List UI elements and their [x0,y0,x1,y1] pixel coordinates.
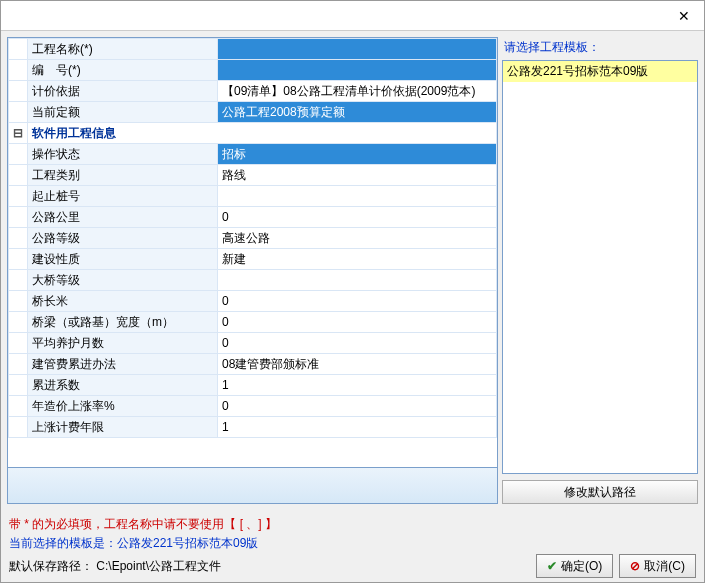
template-item[interactable]: 公路发221号招标范本09版 [503,61,697,82]
change-default-path-button[interactable]: 修改默认路径 [502,480,698,504]
expand-cell [9,60,28,81]
property-value[interactable]: 0 [218,333,497,354]
property-label: 工程名称(*) [28,39,218,60]
property-value[interactable]: 高速公路 [218,228,497,249]
property-value[interactable]: 0 [218,207,497,228]
table-row: 建设性质新建 [9,249,497,270]
property-grid-scroll[interactable]: 工程名称(*)编 号(*)计价依据【09清单】08公路工程清单计价依据(2009… [8,38,497,467]
table-row: 桥梁（或路基）宽度（m）0 [9,312,497,333]
footer: 带 * 的为必填项，工程名称中请不要使用【 [ 、] 】 当前选择的模板是：公路… [1,510,704,582]
property-label: 建设性质 [28,249,218,270]
property-label: 大桥等级 [28,270,218,291]
table-row: 平均养护月数0 [9,333,497,354]
expand-cell [9,333,28,354]
property-value[interactable] [218,39,497,60]
left-panel: 工程名称(*)编 号(*)计价依据【09清单】08公路工程清单计价依据(2009… [7,37,498,504]
current-template-hint: 当前选择的模板是：公路发221号招标范本09版 [9,535,696,552]
section-header[interactable]: ⊟软件用工程信息 [9,123,497,144]
table-row: 工程名称(*) [9,39,497,60]
property-label: 累进系数 [28,375,218,396]
property-value[interactable]: 0 [218,396,497,417]
expand-cell [9,228,28,249]
expand-cell [9,312,28,333]
expand-cell [9,207,28,228]
expand-cell [9,81,28,102]
property-label: 建管费累进办法 [28,354,218,375]
table-row: 当前定额公路工程2008预算定额 [9,102,497,123]
grid-footer-area [8,467,497,503]
expand-cell [9,417,28,438]
property-value[interactable]: 0 [218,312,497,333]
expand-cell [9,165,28,186]
property-value[interactable] [218,186,497,207]
cancel-icon: ⊘ [630,559,640,573]
template-label: 请选择工程模板： [502,37,698,60]
property-value[interactable]: 【09清单】08公路工程清单计价依据(2009范本) [218,81,497,102]
mandatory-hint: 带 * 的为必填项，工程名称中请不要使用【 [ 、] 】 [9,516,696,533]
table-row: 桥长米0 [9,291,497,312]
default-path-label: 默认保存路径： [9,559,93,573]
expand-cell [9,270,28,291]
right-panel: 请选择工程模板： 公路发221号招标范本09版 修改默认路径 [502,37,698,504]
expand-cell [9,39,28,60]
expand-cell [9,396,28,417]
property-value[interactable]: 1 [218,375,497,396]
section-label: 软件用工程信息 [28,123,497,144]
property-value[interactable]: 0 [218,291,497,312]
default-path-line: 默认保存路径： C:\Epoint\公路工程文件 [9,558,221,575]
table-row: 上涨计费年限1 [9,417,497,438]
property-label: 桥长米 [28,291,218,312]
expand-cell [9,249,28,270]
table-row: 操作状态招标 [9,144,497,165]
property-value[interactable] [218,270,497,291]
property-label: 工程类别 [28,165,218,186]
table-row: 公路公里0 [9,207,497,228]
default-path-value: C:\Epoint\公路工程文件 [96,559,221,573]
property-label: 编 号(*) [28,60,218,81]
property-label: 平均养护月数 [28,333,218,354]
expand-cell [9,354,28,375]
property-label: 操作状态 [28,144,218,165]
table-row: 公路等级高速公路 [9,228,497,249]
table-row: 编 号(*) [9,60,497,81]
property-label: 起止桩号 [28,186,218,207]
table-row: 累进系数1 [9,375,497,396]
property-value[interactable]: 1 [218,417,497,438]
property-label: 年造价上涨率% [28,396,218,417]
property-label: 上涨计费年限 [28,417,218,438]
table-row: 大桥等级 [9,270,497,291]
expand-cell [9,102,28,123]
table-row: 计价依据【09清单】08公路工程清单计价依据(2009范本) [9,81,497,102]
property-value[interactable]: 08建管费部颁标准 [218,354,497,375]
table-row: 建管费累进办法08建管费部颁标准 [9,354,497,375]
expand-cell [9,375,28,396]
property-label: 桥梁（或路基）宽度（m） [28,312,218,333]
property-label: 计价依据 [28,81,218,102]
close-button[interactable]: ✕ [664,2,704,30]
property-value[interactable]: 招标 [218,144,497,165]
property-label: 公路公里 [28,207,218,228]
property-grid: 工程名称(*)编 号(*)计价依据【09清单】08公路工程清单计价依据(2009… [8,38,497,438]
table-row: 起止桩号 [9,186,497,207]
property-value[interactable]: 新建 [218,249,497,270]
cancel-label: 取消(C) [644,558,685,575]
cancel-button[interactable]: ⊘ 取消(C) [619,554,696,578]
expand-cell [9,144,28,165]
property-value[interactable]: 公路工程2008预算定额 [218,102,497,123]
ok-label: 确定(O) [561,558,602,575]
table-row: 工程类别路线 [9,165,497,186]
check-icon: ✔ [547,559,557,573]
titlebar: ✕ [1,1,704,31]
expand-cell [9,291,28,312]
collapse-icon[interactable]: ⊟ [9,123,28,144]
table-row: 年造价上涨率%0 [9,396,497,417]
ok-button[interactable]: ✔ 确定(O) [536,554,613,578]
property-value[interactable]: 路线 [218,165,497,186]
expand-cell [9,186,28,207]
property-value[interactable] [218,60,497,81]
property-label: 公路等级 [28,228,218,249]
property-label: 当前定额 [28,102,218,123]
template-list[interactable]: 公路发221号招标范本09版 [502,60,698,474]
